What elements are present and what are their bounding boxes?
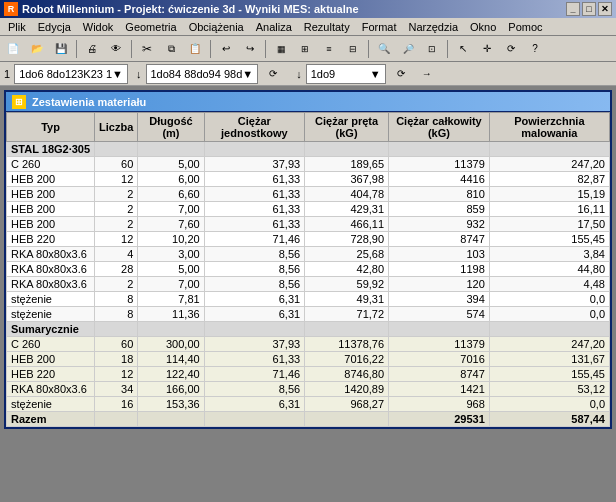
dropdown-3-action-btn[interactable]: ⟳ xyxy=(390,63,412,85)
zoom-in-button[interactable]: 🔍 xyxy=(373,38,395,60)
undo-button[interactable]: ↩ xyxy=(215,38,237,60)
table-row: HEB 200126,0061,33367,98441682,87 xyxy=(7,172,610,187)
toolbar: 📄 📂 💾 🖨 👁 ✂ ⧉ 📋 ↩ ↪ ▦ ⊞ ≡ ⊟ 🔍 🔎 ⊡ ↖ ✛ ⟳ … xyxy=(0,36,616,62)
print-button[interactable]: 🖨 xyxy=(81,38,103,60)
paste-button[interactable]: 📋 xyxy=(184,38,206,60)
chevron-down-icon-2: ▼ xyxy=(242,68,253,80)
table-row: Sumarycznie xyxy=(7,322,610,337)
header-dlugosc: Długość (m) xyxy=(138,113,204,142)
table-row: HEB 20026,6061,33404,7881015,19 xyxy=(7,187,610,202)
table-row: HEB 22012122,4071,468746,808747155,45 xyxy=(7,367,610,382)
dropdown-action-btn[interactable]: ⟳ xyxy=(262,63,284,85)
menu-obciazenia[interactable]: Obciążenia xyxy=(183,20,250,34)
menu-rezultaty[interactable]: Rezultaty xyxy=(298,20,356,34)
table-row: HEB 2201210,2071,46728,908747155,45 xyxy=(7,232,610,247)
table-row: RKA 80x80x3.643,008,5625,681033,84 xyxy=(7,247,610,262)
dropdown-2[interactable]: 1do84 88do94 98d ▼ xyxy=(146,64,259,84)
window-title: Robot Millennium - Projekt: ćwiczenie 3d… xyxy=(22,3,359,15)
table-row: RKA 80x80x3.6285,008,5642,80119844,80 xyxy=(7,262,610,277)
table-row: Razem29531587,44 xyxy=(7,412,610,427)
table-row: STAL 18G2·305 xyxy=(7,142,610,157)
separator-6 xyxy=(447,40,448,58)
table-row: RKA 80x80x3.627,008,5659,921204,48 xyxy=(7,277,610,292)
dropdown-1[interactable]: 1do6 8do123K23 1 ▼ xyxy=(14,64,128,84)
panel-header: ⊞ Zestawienia materiału xyxy=(6,92,610,112)
move-button[interactable]: ✛ xyxy=(476,38,498,60)
layers-button[interactable]: ≡ xyxy=(318,38,340,60)
cut-button[interactable]: ✂ xyxy=(136,38,158,60)
header-ciezar-c: Ciężar całkowity (kG) xyxy=(389,113,490,142)
table-row: stężenie811,366,3171,725740,0 xyxy=(7,307,610,322)
menu-pomoc[interactable]: Pomoc xyxy=(502,20,548,34)
table-row: C 260605,0037,93189,6511379247,20 xyxy=(7,157,610,172)
table-row: RKA 80x80x3.634166,008,561420,89142153,1… xyxy=(7,382,610,397)
open-button[interactable]: 📂 xyxy=(26,38,48,60)
header-powierzchnia: Powierzchnia malowania xyxy=(489,113,609,142)
minimize-btn[interactable]: _ xyxy=(566,2,580,16)
panel-icon: ⊞ xyxy=(12,95,26,109)
separator-3 xyxy=(210,40,211,58)
save-button[interactable]: 💾 xyxy=(50,38,72,60)
dropdown-label-3: ↓ xyxy=(296,68,302,80)
view-button[interactable]: ⊟ xyxy=(342,38,364,60)
app-icon: R xyxy=(4,2,18,16)
new-button[interactable]: 📄 xyxy=(2,38,24,60)
snap-button[interactable]: ⊞ xyxy=(294,38,316,60)
dropdown-extra-btn[interactable]: → xyxy=(416,63,438,85)
close-btn[interactable]: ✕ xyxy=(598,2,612,16)
separator-5 xyxy=(368,40,369,58)
header-ciezar-j: Ciężar jednostkowy xyxy=(204,113,305,142)
title-bar: R Robot Millennium - Projekt: ćwiczenie … xyxy=(0,0,616,18)
table-row: stężenie16153,366,31968,279680,0 xyxy=(7,397,610,412)
material-table: Typ Liczba Długość (m) Ciężar jednostkow… xyxy=(6,112,610,427)
material-panel: ⊞ Zestawienia materiału Typ Liczba Długo… xyxy=(4,90,612,429)
menu-okno[interactable]: Okno xyxy=(464,20,502,34)
content-area: ⊞ Zestawienia materiału Typ Liczba Długo… xyxy=(0,86,616,502)
menu-plik[interactable]: Plik xyxy=(2,20,32,34)
chevron-down-icon-3: ▼ xyxy=(370,68,381,80)
menu-widok[interactable]: Widok xyxy=(77,20,120,34)
header-ciezar-p: Ciężar pręta (kG) xyxy=(305,113,389,142)
dropdown-label-1: 1 xyxy=(4,68,10,80)
preview-button[interactable]: 👁 xyxy=(105,38,127,60)
zoom-out-button[interactable]: 🔎 xyxy=(397,38,419,60)
help-button[interactable]: ? xyxy=(524,38,546,60)
separator-4 xyxy=(265,40,266,58)
copy-button[interactable]: ⧉ xyxy=(160,38,182,60)
dropdown-label-2: ↓ xyxy=(136,68,142,80)
menu-narzedzia[interactable]: Narzędzia xyxy=(403,20,465,34)
maximize-btn[interactable]: □ xyxy=(582,2,596,16)
table-row: HEB 20027,6061,33466,1193217,50 xyxy=(7,217,610,232)
menu-analiza[interactable]: Analiza xyxy=(250,20,298,34)
redo-button[interactable]: ↪ xyxy=(239,38,261,60)
separator-1 xyxy=(76,40,77,58)
table-row: stężenie87,816,3149,313940,0 xyxy=(7,292,610,307)
zoom-fit-button[interactable]: ⊡ xyxy=(421,38,443,60)
header-typ: Typ xyxy=(7,113,95,142)
header-liczba: Liczba xyxy=(95,113,138,142)
table-row: C 26060300,0037,9311378,7611379247,20 xyxy=(7,337,610,352)
menu-geometria[interactable]: Geometria xyxy=(119,20,182,34)
chevron-down-icon: ▼ xyxy=(112,68,123,80)
dropdown-bar: 1 1do6 8do123K23 1 ▼ ↓ 1do84 88do94 98d … xyxy=(0,62,616,86)
dropdown-3[interactable]: 1do9 ▼ xyxy=(306,64,386,84)
table-row: HEB 20027,0061,33429,3185916,11 xyxy=(7,202,610,217)
select-button[interactable]: ↖ xyxy=(452,38,474,60)
grid-button[interactable]: ▦ xyxy=(270,38,292,60)
rotate-button[interactable]: ⟳ xyxy=(500,38,522,60)
menu-bar: Plik Edycja Widok Geometria Obciążenia A… xyxy=(0,18,616,36)
menu-format[interactable]: Format xyxy=(356,20,403,34)
menu-edycja[interactable]: Edycja xyxy=(32,20,77,34)
panel-title: Zestawienia materiału xyxy=(32,96,146,108)
table-row: HEB 20018114,4061,337016,227016131,67 xyxy=(7,352,610,367)
separator-2 xyxy=(131,40,132,58)
